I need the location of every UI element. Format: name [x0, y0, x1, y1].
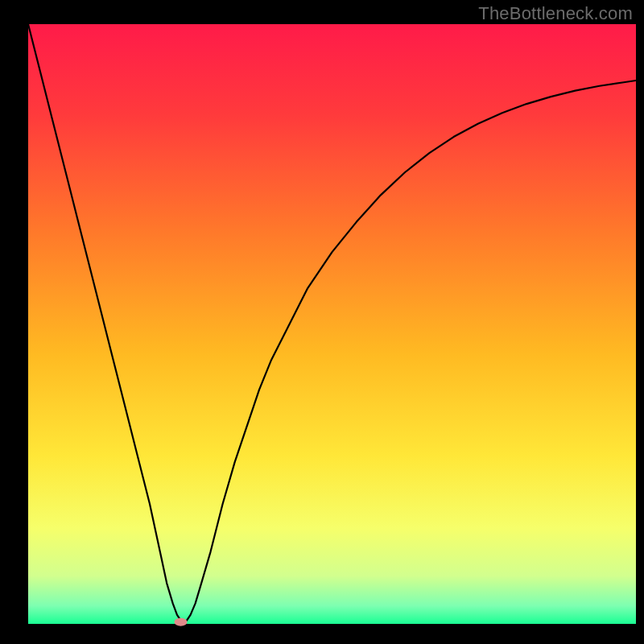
watermark-text: TheBottleneck.com — [478, 3, 633, 24]
bottleneck-chart — [0, 0, 644, 644]
chart-frame: TheBottleneck.com — [0, 0, 644, 644]
plot-background — [28, 24, 636, 624]
optimum-marker — [175, 618, 188, 626]
